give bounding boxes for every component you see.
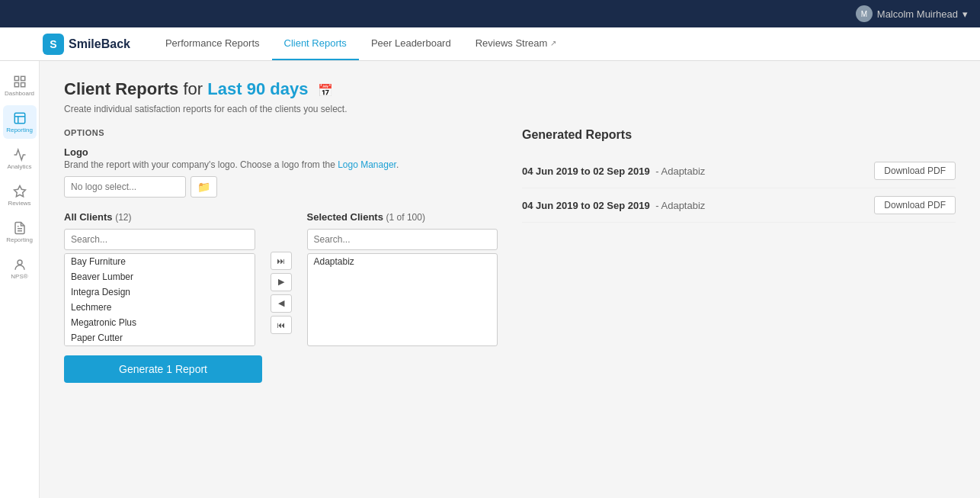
all-clients-title: All Clients (12) — [64, 211, 255, 223]
list-item[interactable]: Beaver Lumber — [65, 269, 255, 284]
selected-clients-title: Selected Clients (1 of 100) — [307, 211, 498, 223]
tab-client-reports[interactable]: Client Reports — [272, 27, 359, 60]
selected-clients-list: Adaptabiz — [307, 253, 498, 346]
layout: Dashboard Reporting Analytics Reviews Re… — [0, 61, 980, 498]
options-label: OPTIONS — [64, 128, 498, 137]
list-item[interactable]: Integra Design — [65, 284, 255, 300]
list-item[interactable]: Showbiz Pizza Place — [65, 345, 255, 346]
logo-icon: S — [43, 34, 64, 55]
sidebar-item-reporting2-label: Reporting — [6, 236, 33, 243]
logo-area: S SmileBack — [43, 34, 130, 55]
two-col-layout: OPTIONS Logo Brand the report with your … — [64, 128, 956, 383]
tab-performance-reports[interactable]: Performance Reports — [153, 27, 272, 60]
sidebar-item-analytics-label: Analytics — [7, 163, 31, 170]
download-pdf-button[interactable]: Download PDF — [874, 162, 956, 180]
sidebar-item-nps[interactable]: NPS® — [3, 252, 37, 285]
svg-point-10 — [18, 260, 22, 265]
list-item[interactable]: Bay Furniture — [65, 254, 255, 269]
folder-browse-button[interactable]: 📁 — [191, 176, 217, 198]
logo-option-desc: Brand the report with your company's log… — [64, 159, 498, 170]
svg-rect-1 — [21, 76, 24, 80]
selected-clients-count: (1 of 100) — [386, 212, 425, 223]
transfer-buttons: ⏭ ▶ ◀ ⏮ — [267, 211, 295, 346]
clients-transfer: All Clients (12) Bay Furniture Beaver Lu… — [64, 211, 498, 346]
list-item[interactable]: Adaptabiz — [308, 254, 498, 269]
sidebar-item-reporting[interactable]: Reporting — [3, 105, 37, 139]
logo-select-row: 📁 — [64, 176, 498, 198]
sidebar-item-nps-label: NPS® — [11, 273, 27, 280]
list-item[interactable]: Lechmere — [65, 300, 255, 315]
all-clients-list: Bay Furniture Beaver Lumber Integra Desi… — [64, 253, 255, 346]
avatar: M — [856, 5, 873, 22]
calendar-icon[interactable]: 📅 — [318, 84, 333, 97]
generate-report-button[interactable]: Generate 1 Report — [64, 355, 262, 383]
logo-manager-link[interactable]: Logo Manager — [338, 159, 396, 170]
sidebar-item-reviews[interactable]: Reviews — [3, 178, 37, 212]
download-pdf-button[interactable]: Download PDF — [874, 196, 956, 214]
svg-rect-4 — [14, 113, 25, 124]
logo-option: Logo Brand the report with your company'… — [64, 146, 498, 198]
main-content: Client Reports for Last 90 days 📅 Create… — [40, 61, 980, 498]
move-left-button[interactable]: ◀ — [271, 294, 292, 313]
topbar: M Malcolm Muirhead ▾ — [0, 0, 980, 27]
svg-rect-0 — [14, 76, 18, 80]
sidebar-item-reporting-label: Reporting — [6, 127, 33, 133]
external-link-icon: ↗ — [550, 39, 556, 47]
sidebar-item-analytics[interactable]: Analytics — [3, 142, 37, 175]
sidebar-item-reporting2[interactable]: Reporting — [3, 215, 37, 249]
sidebar: Dashboard Reporting Analytics Reviews Re… — [0, 61, 40, 498]
user-menu[interactable]: M Malcolm Muirhead ▾ — [856, 5, 968, 22]
selected-clients-search[interactable] — [307, 229, 498, 250]
right-column: Generated Reports 04 Jun 2019 to 02 Sep … — [522, 128, 956, 383]
tab-peer-leaderboard[interactable]: Peer Leaderboard — [359, 27, 463, 60]
header: S SmileBack Performance Reports Client R… — [0, 27, 980, 61]
sidebar-item-dashboard[interactable]: Dashboard — [3, 69, 37, 102]
report-date-range: 04 Jun 2019 to 02 Sep 2019 - Adaptabiz — [522, 200, 705, 211]
svg-marker-7 — [14, 185, 25, 196]
all-clients-search[interactable] — [64, 229, 255, 250]
generated-reports-title: Generated Reports — [522, 128, 956, 142]
user-name: Malcolm Muirhead — [877, 8, 958, 20]
svg-rect-2 — [14, 82, 18, 86]
selected-clients-box: Selected Clients (1 of 100) Adaptabiz — [307, 211, 498, 346]
all-clients-box: All Clients (12) Bay Furniture Beaver Lu… — [64, 211, 255, 346]
tab-reviews-stream[interactable]: Reviews Stream ↗ — [463, 27, 569, 60]
move-all-left-button[interactable]: ⏮ — [271, 316, 292, 334]
all-clients-count: (12) — [115, 212, 131, 223]
sidebar-item-reviews-label: Reviews — [8, 200, 30, 207]
logo-text: SmileBack — [69, 37, 130, 51]
move-all-right-button[interactable]: ⏭ — [271, 252, 292, 270]
sidebar-item-dashboard-label: Dashboard — [5, 90, 34, 97]
list-item[interactable]: Megatronic Plus — [65, 315, 255, 330]
svg-rect-3 — [21, 82, 24, 86]
page-subtitle: Create individual satisfaction reports f… — [64, 104, 956, 114]
report-client: - Adaptabiz — [655, 200, 705, 211]
report-item: 04 Jun 2019 to 02 Sep 2019 - Adaptabiz D… — [522, 154, 956, 188]
logo-select-input[interactable] — [64, 176, 186, 198]
page-title: Client Reports for Last 90 days 📅 — [64, 79, 956, 99]
move-right-button[interactable]: ▶ — [271, 273, 292, 291]
report-date-range: 04 Jun 2019 to 02 Sep 2019 - Adaptabiz — [522, 165, 705, 177]
chevron-down-icon: ▾ — [962, 8, 968, 20]
nav-tabs: Performance Reports Client Reports Peer … — [153, 27, 568, 60]
left-column: OPTIONS Logo Brand the report with your … — [64, 128, 498, 383]
logo-option-title: Logo — [64, 146, 498, 158]
list-item[interactable]: Paper Cutter — [65, 330, 255, 345]
report-item: 04 Jun 2019 to 02 Sep 2019 - Adaptabiz D… — [522, 188, 956, 223]
report-client: - Adaptabiz — [655, 165, 705, 177]
